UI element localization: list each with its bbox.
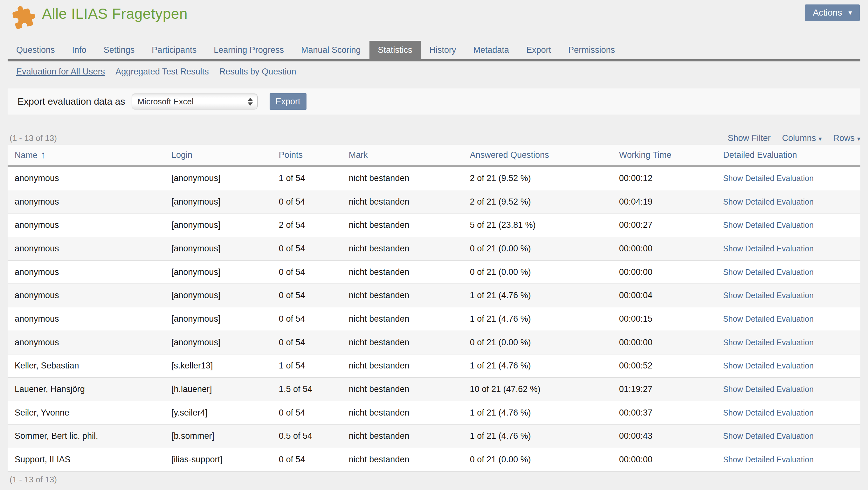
cell-answered-questions: 10 of 21 (47.62 %) xyxy=(470,384,619,394)
show-filter-link[interactable]: Show Filter xyxy=(728,133,771,143)
table-body: anonymous [anonymous] 1 of 54 nicht best… xyxy=(8,167,860,471)
cell-points: 0 of 54 xyxy=(279,197,349,207)
tab-statistics[interactable]: Statistics xyxy=(369,41,421,59)
cell-points: 1 of 54 xyxy=(279,173,349,183)
actions-button[interactable]: Actions ▾ xyxy=(805,4,860,21)
cell-points: 0 of 54 xyxy=(279,314,349,324)
show-detailed-evaluation-link[interactable]: Show Detailed Evaluation xyxy=(723,338,814,347)
column-header-mark[interactable]: Mark xyxy=(349,150,470,160)
tab-metadata[interactable]: Metadata xyxy=(465,41,518,59)
show-detailed-evaluation-link[interactable]: Show Detailed Evaluation xyxy=(723,314,814,323)
cell-login: [anonymous] xyxy=(172,290,279,300)
tab-questions[interactable]: Questions xyxy=(8,41,64,59)
rows-dropdown[interactable]: Rows▾ xyxy=(833,133,860,143)
export-label: Export evaluation data as xyxy=(18,96,125,107)
subtab-bar: Evaluation for All UsersAggregated Test … xyxy=(16,64,296,80)
cell-answered-questions: 1 of 21 (4.76 %) xyxy=(470,314,619,324)
column-header-working-time[interactable]: Working Time xyxy=(619,150,723,160)
show-detailed-evaluation-link[interactable]: Show Detailed Evaluation xyxy=(723,361,814,370)
cell-answered-questions: 2 of 21 (9.52 %) xyxy=(470,197,619,207)
results-table: Name↑ Login Points Mark Answered Questio… xyxy=(8,145,860,471)
cell-points: 0 of 54 xyxy=(279,244,349,254)
cell-answered-questions: 1 of 21 (4.76 %) xyxy=(470,290,619,300)
export-format-select[interactable]: Microsoft Excel xyxy=(132,93,257,110)
cell-login: [ilias-support] xyxy=(172,455,279,465)
cell-mark: nicht bestanden xyxy=(349,220,470,230)
puzzle-piece-icon xyxy=(9,2,39,32)
cell-answered-questions: 0 of 21 (0.00 %) xyxy=(470,455,619,465)
tab-learning-progress[interactable]: Learning Progress xyxy=(205,41,292,59)
subtab-results-by-question[interactable]: Results by Question xyxy=(219,67,296,77)
table-controls-right: Show Filter Columns▾ Rows▾ xyxy=(728,133,860,143)
cell-login: [b.sommer] xyxy=(172,431,279,441)
columns-dropdown[interactable]: Columns▾ xyxy=(782,133,822,143)
cell-points: 1.5 of 54 xyxy=(279,384,349,394)
cell-answered-questions: 0 of 21 (0.00 %) xyxy=(470,338,619,347)
show-detailed-evaluation-link[interactable]: Show Detailed Evaluation xyxy=(723,408,814,417)
column-header-answered-questions[interactable]: Answered Questions xyxy=(470,150,619,160)
cell-name: Seiler, Yvonne xyxy=(8,408,172,418)
cell-mark: nicht bestanden xyxy=(349,408,470,418)
show-detailed-evaluation-link[interactable]: Show Detailed Evaluation xyxy=(723,221,814,229)
cell-detailed-evaluation: Show Detailed Evaluation xyxy=(723,384,860,394)
show-detailed-evaluation-link[interactable]: Show Detailed Evaluation xyxy=(723,291,814,300)
cell-points: 2 of 54 xyxy=(279,220,349,230)
cell-login: [anonymous] xyxy=(172,220,279,230)
cell-mark: nicht bestanden xyxy=(349,361,470,371)
tab-manual-scoring[interactable]: Manual Scoring xyxy=(292,41,369,59)
table-row: Seiler, Yvonne [y.seiler4] 0 of 54 nicht… xyxy=(8,401,860,425)
show-detailed-evaluation-link[interactable]: Show Detailed Evaluation xyxy=(723,197,814,206)
sort-ascending-icon: ↑ xyxy=(41,149,46,161)
cell-mark: nicht bestanden xyxy=(349,384,470,394)
cell-working-time: 01:19:27 xyxy=(619,384,723,394)
show-detailed-evaluation-link[interactable]: Show Detailed Evaluation xyxy=(723,455,814,464)
export-format-value: Microsoft Excel xyxy=(138,97,194,107)
cell-name: anonymous xyxy=(8,244,172,254)
cell-working-time: 00:00:15 xyxy=(619,314,723,324)
pagination-top: (1 - 13 of 13) xyxy=(9,133,57,143)
cell-working-time: 00:00:00 xyxy=(619,455,723,465)
cell-points: 0.5 of 54 xyxy=(279,431,349,441)
cell-mark: nicht bestanden xyxy=(349,431,470,441)
tab-settings[interactable]: Settings xyxy=(95,41,144,59)
show-detailed-evaluation-link[interactable]: Show Detailed Evaluation xyxy=(723,244,814,253)
cell-detailed-evaluation: Show Detailed Evaluation xyxy=(723,173,860,183)
cell-name: anonymous xyxy=(8,267,172,277)
cell-login: [y.seiler4] xyxy=(172,408,279,418)
subtab-evaluation-for-all-users[interactable]: Evaluation for All Users xyxy=(16,67,105,77)
cell-working-time: 00:00:00 xyxy=(619,267,723,277)
column-header-points[interactable]: Points xyxy=(279,150,349,160)
select-stepper-icon xyxy=(248,94,253,109)
cell-answered-questions: 0 of 21 (0.00 %) xyxy=(470,244,619,254)
chevron-down-icon: ▾ xyxy=(818,135,822,142)
table-row: anonymous [anonymous] 0 of 54 nicht best… xyxy=(8,307,860,331)
tab-info[interactable]: Info xyxy=(64,41,95,59)
tab-bar-underline xyxy=(8,59,860,61)
show-detailed-evaluation-link[interactable]: Show Detailed Evaluation xyxy=(723,385,814,394)
actions-button-label: Actions xyxy=(813,8,842,18)
table-row: Sommer, Bert lic. phil. [b.sommer] 0.5 o… xyxy=(8,425,860,448)
table-row: anonymous [anonymous] 0 of 54 nicht best… xyxy=(8,237,860,261)
tab-participants[interactable]: Participants xyxy=(143,41,205,59)
export-button[interactable]: Export xyxy=(270,93,307,110)
table-row: anonymous [anonymous] 0 of 54 nicht best… xyxy=(8,331,860,354)
show-detailed-evaluation-link[interactable]: Show Detailed Evaluation xyxy=(723,267,814,277)
cell-login: [anonymous] xyxy=(172,314,279,324)
cell-name: anonymous xyxy=(8,220,172,230)
tab-export[interactable]: Export xyxy=(518,41,560,59)
rows-dropdown-label: Rows xyxy=(833,133,855,143)
show-detailed-evaluation-link[interactable]: Show Detailed Evaluation xyxy=(723,431,814,440)
column-header-name[interactable]: Name↑ xyxy=(8,149,172,161)
export-panel: Export evaluation data as Microsoft Exce… xyxy=(8,88,860,115)
cell-login: [anonymous] xyxy=(172,197,279,207)
tab-history[interactable]: History xyxy=(421,41,465,59)
tab-permissions[interactable]: Permissions xyxy=(560,41,623,59)
cell-answered-questions: 1 of 21 (4.76 %) xyxy=(470,431,619,441)
cell-name: anonymous xyxy=(8,290,172,300)
cell-working-time: 00:00:52 xyxy=(619,361,723,371)
show-detailed-evaluation-link[interactable]: Show Detailed Evaluation xyxy=(723,174,814,183)
column-header-login[interactable]: Login xyxy=(172,150,279,160)
subtab-aggregated-test-results[interactable]: Aggregated Test Results xyxy=(116,67,209,77)
cell-working-time: 00:00:00 xyxy=(619,244,723,254)
cell-working-time: 00:00:00 xyxy=(619,338,723,347)
